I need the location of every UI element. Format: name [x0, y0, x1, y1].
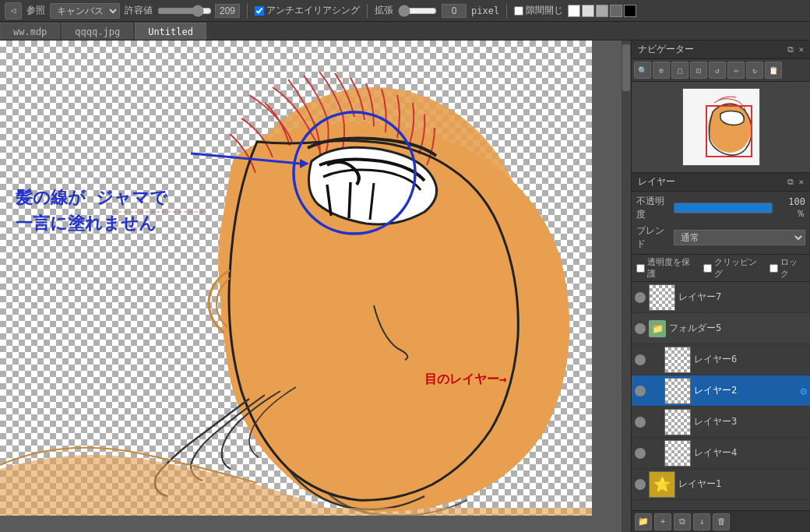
opacity-row: 不透明度 100 ％ [636, 195, 805, 221]
layer-item-layer7[interactable]: レイヤー7 [632, 282, 810, 313]
layer-item-folder5[interactable]: 📁 フォルダー5 [632, 313, 810, 344]
tolerance-slider[interactable] [157, 5, 212, 17]
blend-label: ブレンド [636, 224, 669, 251]
navigator-preview [632, 82, 810, 172]
tolerance-slider-container: 209 [157, 4, 240, 18]
layer-visibility-layer7[interactable] [635, 292, 646, 303]
navigator-title: ナビゲーター [638, 43, 694, 56]
layer-thumb-layer6 [664, 347, 691, 373]
layer-thumb-layer3 [664, 409, 691, 435]
layer-options-row: 透明度を保護 クリッピング ロック [632, 255, 810, 282]
protect-transparency-checkbox[interactable] [636, 264, 645, 273]
layer-item-layer3[interactable]: レイヤー3 [632, 407, 810, 438]
layer-bottom-toolbar: 📁 + ⧉ ↓ 🗑 [632, 510, 810, 532]
antialias-checkbox-label[interactable]: アンチエイリアシング [255, 4, 360, 17]
tab-bar: ww.mdp qqqq.jpg Untitled [0, 22, 810, 41]
tolerance-label: 許容値 [125, 4, 153, 17]
layer-merge-btn[interactable]: ↓ [693, 513, 710, 530]
navigator-detach-icon[interactable]: ⧉ [787, 44, 794, 55]
navigator-close-icon[interactable]: ✕ [798, 44, 804, 55]
tab-ww-mdp[interactable]: ww.mdp [0, 23, 60, 40]
layer-name-layer7: レイヤー7 [678, 291, 807, 304]
canvas-scrollbar[interactable] [622, 41, 631, 532]
folder-icon-folder5: 📁 [649, 320, 666, 337]
layer-thumb-layer2 [664, 378, 691, 404]
protect-transparency-label[interactable]: 透明度を保護 [636, 256, 697, 280]
layer-item-layer4[interactable]: レイヤー4 [632, 438, 810, 469]
opacity-bar[interactable] [674, 203, 773, 213]
antialias-checkbox[interactable] [255, 6, 264, 16]
swatch-gray[interactable] [596, 5, 608, 17]
layer-item-layer2[interactable]: レイヤー2 ⚙ [632, 375, 810, 407]
blend-row: ブレンド 通常 [636, 224, 805, 251]
tab-qqqq-jpg[interactable]: qqqq.jpg [62, 23, 133, 40]
layer-list[interactable]: レイヤー7 📁 フォルダー5 レイヤー6 [632, 282, 810, 510]
layer-name-folder5: フォルダー5 [669, 322, 807, 335]
layer-controls: 不透明度 100 ％ ブレンド 通常 [632, 192, 810, 255]
layer-visibility-layer6[interactable] [635, 354, 646, 365]
canvas-area[interactable]: 髪の線が ジャマで 一言に塗れません 目のレイヤー→ [0, 41, 631, 532]
layer-name-layer6: レイヤー6 [694, 353, 807, 366]
navigator-title-bar: ナビゲーター ⧉ ✕ [632, 41, 810, 59]
expand-label: 拡張 [375, 4, 393, 17]
layer-visibility-layer2[interactable] [635, 386, 646, 396]
nav-rotate-ccw-btn[interactable]: ↺ [709, 62, 726, 79]
layer-item-layer6[interactable]: レイヤー6 [632, 344, 810, 375]
layer-panel-title-bar: レイヤー ⧉ ✕ [632, 173, 810, 192]
right-panel: ナビゲーター ⧉ ✕ 🔍 ⊕ □ ⊡ ↺ ⇔ ↻ 📋 [631, 41, 810, 532]
gap-checkbox[interactable] [514, 6, 523, 16]
pixel-label: pixel [471, 5, 499, 16]
layer-delete-btn[interactable]: 🗑 [713, 513, 730, 530]
layer-add-folder-btn[interactable]: 📁 [635, 513, 652, 530]
swatch-white[interactable] [568, 5, 580, 17]
tolerance-value[interactable]: 209 [215, 4, 240, 18]
clipping-label[interactable]: クリッピング [703, 256, 764, 280]
layer-add-btn[interactable]: + [654, 513, 671, 530]
layer-name-layer1: レイヤー1 [678, 477, 807, 491]
navigator-toolbar: 🔍 ⊕ □ ⊡ ↺ ⇔ ↻ 📋 [632, 59, 810, 82]
swatch-light[interactable] [582, 5, 594, 17]
layer-thumb-layer4 [664, 440, 691, 467]
nav-fit-btn[interactable]: □ [671, 62, 688, 79]
layer-visibility-layer4[interactable] [635, 448, 646, 459]
separator-2 [367, 4, 368, 18]
layer-close-icon[interactable]: ✕ [798, 177, 804, 187]
layer-panel: レイヤー ⧉ ✕ 不透明度 100 ％ ブレンド 通常 [632, 173, 810, 532]
layer-thumb-layer7 [649, 284, 675, 311]
layer-thumb-layer1: ⭐ [649, 471, 675, 498]
expand-slider[interactable] [398, 5, 437, 17]
layer-detach-icon[interactable]: ⧉ [787, 177, 794, 187]
main-content: 髪の線が ジャマで 一言に塗れません 目のレイヤー→ ナビゲーター ⧉ ✕ [0, 41, 810, 532]
tab-untitled[interactable]: Untitled [135, 23, 206, 40]
drawing-canvas[interactable]: 髪の線が ジャマで 一言に塗れません 目のレイヤー→ [0, 41, 592, 516]
gap-checkbox-label[interactable]: 隙間開じ [514, 4, 563, 17]
swatch-black[interactable] [624, 5, 636, 17]
reference-dropdown[interactable]: キャンバス [50, 3, 120, 19]
layer-item-layer1[interactable]: ⭐ レイヤー1 [632, 469, 810, 500]
nav-zoom-out-btn[interactable]: 🔍 [634, 62, 651, 79]
main-toolbar: ◁ 参照 キャンバス 許容値 209 アンチエイリアシング 拡張 pixel 隙… [0, 0, 810, 22]
layer-visibility-layer3[interactable] [635, 417, 646, 428]
blend-select[interactable]: 通常 [674, 230, 805, 245]
separator-1 [247, 4, 248, 18]
nav-zoom-in-btn[interactable]: ⊕ [653, 62, 670, 79]
swatch-dark[interactable] [610, 5, 622, 17]
clipping-checkbox[interactable] [703, 264, 712, 273]
layer-visibility-layer1[interactable] [635, 479, 646, 490]
back-icon[interactable]: ◁ [5, 2, 22, 19]
navigator-title-icons: ⧉ ✕ [787, 44, 804, 55]
lock-label[interactable]: ロック [770, 256, 805, 280]
layer-visibility-folder5[interactable] [635, 323, 646, 334]
nav-rotate-cw-btn[interactable]: ↻ [746, 62, 763, 79]
nav-actual-size-btn[interactable]: ⊡ [690, 62, 707, 79]
layer-copy-btn[interactable]: ⧉ [674, 513, 691, 530]
layer-gear-icon[interactable]: ⚙ [801, 385, 807, 397]
nav-mirror-btn[interactable]: ⇔ [727, 62, 745, 79]
canvas-content: 髪の線が ジャマで 一言に塗れません 目のレイヤー→ [0, 41, 622, 532]
color-swatches [568, 5, 636, 17]
expand-value[interactable] [442, 4, 467, 18]
navigator-panel: ナビゲーター ⧉ ✕ 🔍 ⊕ □ ⊡ ↺ ⇔ ↻ 📋 [632, 41, 810, 173]
lock-checkbox[interactable] [770, 264, 778, 273]
scroll-thumb[interactable] [622, 44, 630, 91]
nav-reset-btn[interactable]: 📋 [765, 62, 782, 79]
